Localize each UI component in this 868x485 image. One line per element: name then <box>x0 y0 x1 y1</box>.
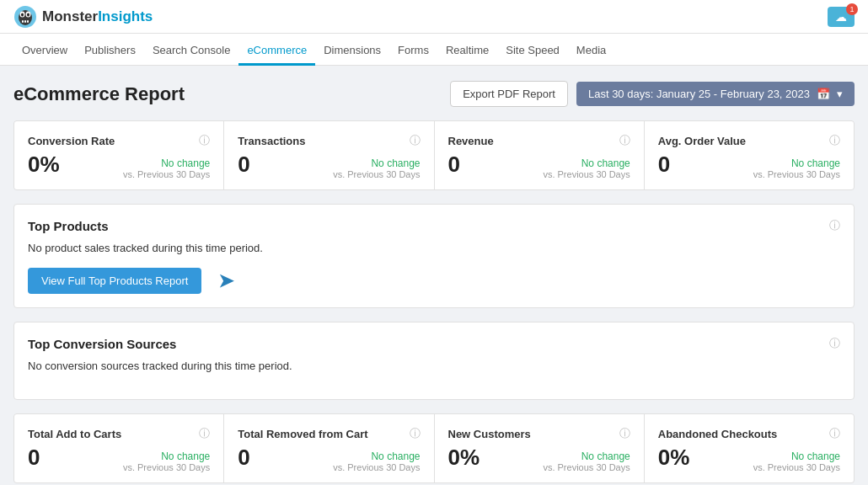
metric-removed-from-cart-vs: vs. Previous 30 Days <box>333 462 420 472</box>
metric-conversion-rate-label: Conversion Rate <box>28 135 115 147</box>
metric-new-customers-vs: vs. Previous 30 Days <box>543 462 630 472</box>
avg-order-info-icon[interactable]: ⓘ <box>829 133 840 148</box>
metric-abandoned-checkouts: Abandoned Checkouts ⓘ 0% No change vs. P… <box>645 414 854 482</box>
metric-new-customers-change: No change <box>543 450 630 462</box>
metric-avg-order-label: Avg. Order Value <box>658 135 746 147</box>
add-to-carts-info-icon[interactable]: ⓘ <box>199 426 210 441</box>
app-header: MonsterInsights ☁ 1 <box>0 0 868 34</box>
logo-icon <box>13 5 37 29</box>
top-conversion-panel: Top Conversion Sources ⓘ No conversion s… <box>13 322 855 400</box>
metric-abandoned-checkouts-vs: vs. Previous 30 Days <box>753 462 840 472</box>
metric-new-customers-value: 0% <box>448 445 480 471</box>
metric-conversion-rate-value: 0% <box>28 152 60 178</box>
new-customers-info-icon[interactable]: ⓘ <box>619 426 630 441</box>
top-conversion-info-icon[interactable]: ⓘ <box>829 336 840 351</box>
metric-avg-order-change: No change <box>753 157 840 169</box>
logo-text: MonsterInsights <box>42 8 153 25</box>
top-products-panel: Top Products ⓘ No product sales tracked … <box>13 204 855 308</box>
top-products-title: Top Products <box>28 219 109 233</box>
top-conversion-header: Top Conversion Sources ⓘ <box>28 336 840 351</box>
top-products-info-icon[interactable]: ⓘ <box>829 218 840 233</box>
calendar-icon: 📅 <box>817 88 830 100</box>
top-products-empty: No product sales tracked during this tim… <box>28 242 840 254</box>
transactions-info-icon[interactable]: ⓘ <box>410 133 421 148</box>
nav-site-speed[interactable]: Site Speed <box>497 37 568 66</box>
metric-conversion-rate: Conversion Rate ⓘ 0% No change vs. Previ… <box>14 121 223 189</box>
metric-revenue-label: Revenue <box>448 135 494 147</box>
logo: MonsterInsights <box>13 5 153 29</box>
metric-avg-order-value: 0 <box>658 152 670 178</box>
top-conversion-title: Top Conversion Sources <box>28 337 176 351</box>
top-products-header: Top Products ⓘ <box>28 218 840 233</box>
arrow-right-icon: ➤ <box>218 270 233 292</box>
notifications-icon[interactable]: ☁ 1 <box>828 7 855 27</box>
svg-rect-7 <box>24 20 26 23</box>
metric-transactions-value: 0 <box>238 152 249 178</box>
metric-add-to-carts: Total Add to Carts ⓘ 0 No change vs. Pre… <box>14 414 223 482</box>
date-range-label: Last 30 days: January 25 - February 23, … <box>588 88 810 100</box>
metric-transactions-change: No change <box>333 157 420 169</box>
metric-add-to-carts-value: 0 <box>28 445 40 471</box>
nav-media[interactable]: Media <box>568 37 614 66</box>
metric-removed-from-cart: Total Removed from Cart ⓘ 0 No change vs… <box>224 414 433 482</box>
view-top-products-button[interactable]: View Full Top Products Report <box>28 268 201 294</box>
metric-revenue-value: 0 <box>448 152 460 178</box>
report-header: eCommerce Report Export PDF Report Last … <box>13 81 855 107</box>
metric-abandoned-checkouts-value: 0% <box>658 445 690 471</box>
metric-add-to-carts-change: No change <box>123 450 210 462</box>
metric-avg-order: Avg. Order Value ⓘ 0 No change vs. Previ… <box>645 121 854 189</box>
nav-realtime[interactable]: Realtime <box>437 37 497 66</box>
metric-revenue: Revenue ⓘ 0 No change vs. Previous 30 Da… <box>435 121 644 189</box>
metric-add-to-carts-vs: vs. Previous 30 Days <box>123 462 210 472</box>
svg-rect-8 <box>27 20 29 23</box>
metric-conversion-rate-vs: vs. Previous 30 Days <box>123 169 210 179</box>
metric-avg-order-vs: vs. Previous 30 Days <box>753 169 840 179</box>
revenue-info-icon[interactable]: ⓘ <box>619 133 630 148</box>
conversion-rate-info-icon[interactable]: ⓘ <box>199 133 210 148</box>
report-title: eCommerce Report <box>13 83 185 105</box>
nav-ecommerce[interactable]: eCommerce <box>238 37 315 66</box>
metric-revenue-change: No change <box>543 157 630 169</box>
metric-new-customers: New Customers ⓘ 0% No change vs. Previou… <box>435 414 644 482</box>
export-pdf-button[interactable]: Export PDF Report <box>450 81 568 107</box>
chevron-down-icon: ▾ <box>837 88 843 100</box>
arrow-indicator: ➤ <box>218 270 233 292</box>
metric-transactions-label: Transactions <box>238 135 305 147</box>
svg-point-5 <box>27 13 29 16</box>
metric-transactions-vs: vs. Previous 30 Days <box>333 169 420 179</box>
metric-removed-from-cart-label: Total Removed from Cart <box>238 428 367 440</box>
nav-dimensions[interactable]: Dimensions <box>315 37 389 66</box>
notification-badge: 1 <box>846 3 858 15</box>
bottom-metrics-row: Total Add to Carts ⓘ 0 No change vs. Pre… <box>13 413 855 483</box>
date-range-button[interactable]: Last 30 days: January 25 - February 23, … <box>576 82 855 106</box>
nav-search-console[interactable]: Search Console <box>144 37 239 66</box>
nav-publishers[interactable]: Publishers <box>76 37 144 66</box>
metric-abandoned-checkouts-change: No change <box>753 450 840 462</box>
nav-forms[interactable]: Forms <box>389 37 437 66</box>
top-conversion-empty: No conversion sources tracked during thi… <box>28 360 840 372</box>
metric-add-to-carts-label: Total Add to Carts <box>28 428 121 440</box>
nav-overview[interactable]: Overview <box>13 37 76 66</box>
metric-transactions: Transactions ⓘ 0 No change vs. Previous … <box>224 121 433 189</box>
main-content: eCommerce Report Export PDF Report Last … <box>0 66 868 485</box>
svg-point-4 <box>21 13 24 16</box>
metric-conversion-rate-change: No change <box>123 157 210 169</box>
abandoned-checkouts-info-icon[interactable]: ⓘ <box>829 426 840 441</box>
header-actions: ☁ 1 <box>828 7 855 27</box>
metric-revenue-vs: vs. Previous 30 Days <box>543 169 630 179</box>
top-metrics-row: Conversion Rate ⓘ 0% No change vs. Previ… <box>13 120 855 190</box>
metric-removed-from-cart-value: 0 <box>238 445 249 471</box>
metric-abandoned-checkouts-label: Abandoned Checkouts <box>658 428 778 440</box>
metric-removed-from-cart-change: No change <box>333 450 420 462</box>
report-actions: Export PDF Report Last 30 days: January … <box>450 81 855 107</box>
metric-new-customers-label: New Customers <box>448 428 531 440</box>
main-nav: Overview Publishers Search Console eComm… <box>0 34 868 66</box>
svg-rect-6 <box>22 20 24 23</box>
removed-from-cart-info-icon[interactable]: ⓘ <box>410 426 421 441</box>
